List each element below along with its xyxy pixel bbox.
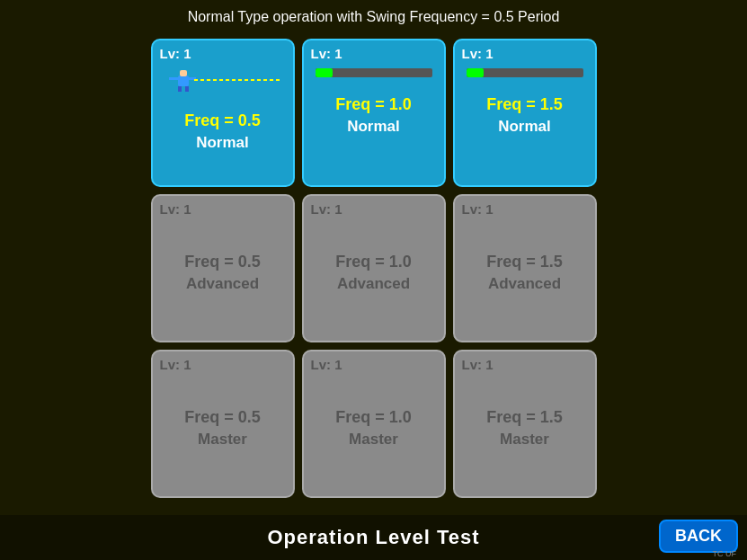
top-title: Normal Type operation with Swing Frequen… bbox=[188, 9, 560, 25]
card-normal-freq0[interactable]: Lv: 1 bbox=[151, 39, 295, 187]
card-freq-8: Freq = 1.5 bbox=[486, 408, 563, 427]
card-advanced-freq0[interactable]: Lv: 1 Freq = 0.5 Advanced bbox=[151, 194, 295, 342]
card-master-freq0[interactable]: Lv: 1 Freq = 0.5 Master bbox=[151, 350, 295, 498]
card-level-7: Lv: 1 bbox=[311, 357, 342, 372]
card-mode-8: Master bbox=[500, 431, 549, 449]
card-level-6: Lv: 1 bbox=[160, 357, 191, 372]
card-freq-7: Freq = 1.0 bbox=[335, 408, 412, 427]
card-mode-3: Advanced bbox=[186, 275, 259, 293]
card-level-5: Lv: 1 bbox=[462, 201, 494, 217]
card-freq-4: Freq = 1.0 bbox=[335, 253, 412, 271]
card-mode-5: Advanced bbox=[488, 275, 561, 293]
bottom-bar: Operation Level Test bbox=[0, 515, 747, 560]
card-advanced-freq2[interactable]: Lv: 1 Freq = 1.5 Advanced bbox=[453, 194, 597, 342]
card-mode-7: Master bbox=[349, 431, 398, 449]
card-freq-2: Freq = 1.5 bbox=[486, 95, 563, 114]
card-mode-2: Normal bbox=[498, 118, 551, 136]
card-level-0: Lv: 1 bbox=[160, 46, 191, 61]
progress-bar-container-1 bbox=[316, 68, 432, 77]
card-master-freq2[interactable]: Lv: 1 Freq = 1.5 Master bbox=[453, 350, 597, 498]
card-mode-1: Normal bbox=[347, 118, 400, 136]
tc-uf-label: TC UF bbox=[713, 549, 737, 558]
char-icon bbox=[160, 68, 286, 95]
card-level-4: Lv: 1 bbox=[311, 201, 342, 217]
card-mode-0: Normal bbox=[196, 134, 249, 152]
card-mode-4: Advanced bbox=[337, 275, 410, 293]
level-grid: Lv: 1 bbox=[151, 39, 597, 498]
svg-rect-4 bbox=[169, 77, 178, 80]
back-button[interactable]: BACK bbox=[659, 520, 738, 553]
card-master-freq1[interactable]: Lv: 1 Freq = 1.0 Master bbox=[302, 350, 446, 498]
svg-rect-0 bbox=[178, 76, 189, 86]
card-normal-freq1[interactable]: Lv: 1 Freq = 1.0 Normal bbox=[302, 39, 446, 187]
svg-rect-2 bbox=[178, 86, 182, 92]
card-level-2: Lv: 1 bbox=[462, 46, 494, 61]
card-freq-1: Freq = 1.0 bbox=[335, 95, 412, 114]
card-level-1: Lv: 1 bbox=[311, 46, 342, 61]
card-freq-6: Freq = 0.5 bbox=[184, 408, 261, 427]
progress-bar-2 bbox=[467, 68, 485, 77]
card-freq-0: Freq = 0.5 bbox=[184, 111, 261, 130]
card-normal-freq2[interactable]: Lv: 1 Freq = 1.5 Normal bbox=[453, 39, 597, 187]
svg-rect-3 bbox=[185, 86, 189, 92]
card-mode-6: Master bbox=[198, 431, 247, 449]
bottom-title: Operation Level Test bbox=[268, 526, 480, 549]
card-freq-5: Freq = 1.5 bbox=[486, 253, 563, 271]
card-advanced-freq1[interactable]: Lv: 1 Freq = 1.0 Advanced bbox=[302, 194, 446, 342]
card-freq-3: Freq = 0.5 bbox=[184, 253, 261, 271]
card-level-8: Lv: 1 bbox=[462, 357, 494, 372]
progress-bar-1 bbox=[316, 68, 333, 77]
progress-bar-container-2 bbox=[467, 68, 583, 77]
svg-rect-1 bbox=[180, 70, 187, 76]
card-level-3: Lv: 1 bbox=[160, 201, 191, 217]
